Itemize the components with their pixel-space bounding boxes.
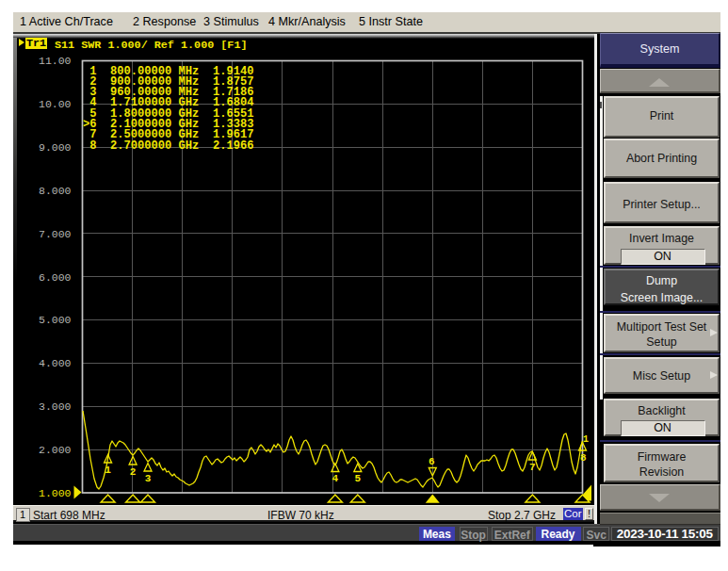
svg-text:5: 5 — [354, 473, 361, 484]
svg-text:2.000: 2.000 — [39, 444, 72, 456]
svg-text:3: 3 — [145, 473, 152, 484]
svg-text:8: 8 — [580, 452, 587, 464]
svg-text:4: 4 — [332, 473, 339, 484]
svg-text:6: 6 — [429, 456, 435, 467]
svg-text:9.000: 9.000 — [39, 141, 72, 154]
svg-text:8.000: 8.000 — [39, 185, 72, 197]
svg-text:3.000: 3.000 — [39, 400, 72, 413]
svg-text:11.00: 11.00 — [39, 55, 72, 67]
svg-text:2: 2 — [130, 466, 137, 478]
svg-text:7: 7 — [529, 462, 536, 473]
svg-text:6.000: 6.000 — [39, 271, 72, 284]
svg-text:4.000: 4.000 — [39, 357, 72, 369]
svg-text:1: 1 — [583, 434, 589, 445]
svg-text:5.000: 5.000 — [39, 314, 72, 326]
svg-text:1.000: 1.000 — [39, 487, 72, 499]
svg-text:10.00: 10.00 — [39, 98, 72, 110]
svg-text:7.000: 7.000 — [39, 228, 72, 240]
svg-text:1: 1 — [105, 465, 111, 476]
